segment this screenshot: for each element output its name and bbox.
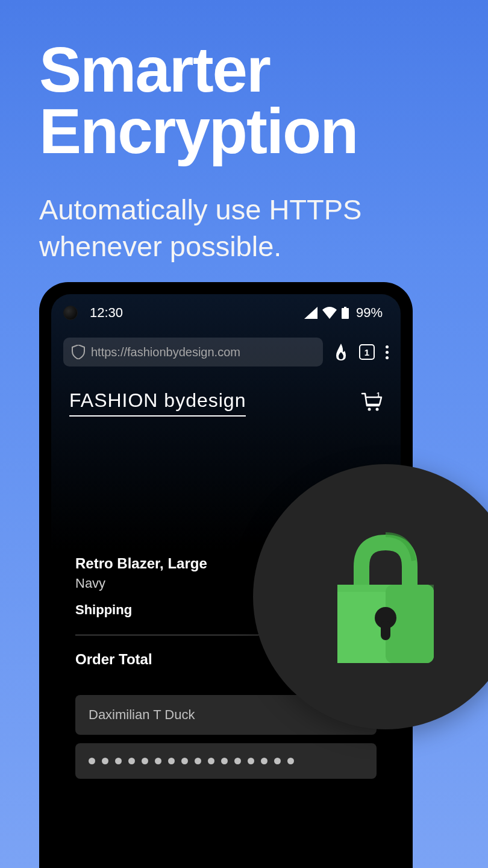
address-url: https://fashionbydesign.com <box>91 345 240 359</box>
hero-subtitle: Automatically use HTTPS whenever possibl… <box>39 191 449 265</box>
address-bar[interactable]: https://fashionbydesign.com <box>63 338 323 366</box>
order-total-label: Order Total <box>75 651 152 668</box>
svg-point-3 <box>376 407 379 410</box>
menu-button[interactable] <box>386 345 389 359</box>
status-time: 12:30 <box>90 305 123 321</box>
cart-button[interactable]: 1 <box>361 392 383 414</box>
shield-icon <box>72 345 85 359</box>
hero-title: Smarter Encryption <box>39 39 449 162</box>
camera-dot <box>63 306 78 320</box>
cellular-icon <box>304 307 318 319</box>
cart-badge: 1 <box>377 391 380 398</box>
battery-percentage: 99% <box>356 305 383 321</box>
svg-rect-0 <box>342 308 349 319</box>
tab-count-button[interactable]: 1 <box>359 344 375 360</box>
battery-icon <box>342 307 349 319</box>
status-bar: 12:30 99% <box>51 294 401 327</box>
password-input[interactable] <box>75 743 377 779</box>
fire-icon[interactable] <box>334 344 348 360</box>
site-logo[interactable]: FASHION bydesign <box>69 389 246 417</box>
lock-icon <box>325 530 446 663</box>
svg-rect-1 <box>344 307 346 308</box>
svg-rect-7 <box>337 585 434 592</box>
svg-point-2 <box>368 407 371 410</box>
wifi-icon <box>322 307 337 319</box>
svg-rect-9 <box>381 621 390 640</box>
